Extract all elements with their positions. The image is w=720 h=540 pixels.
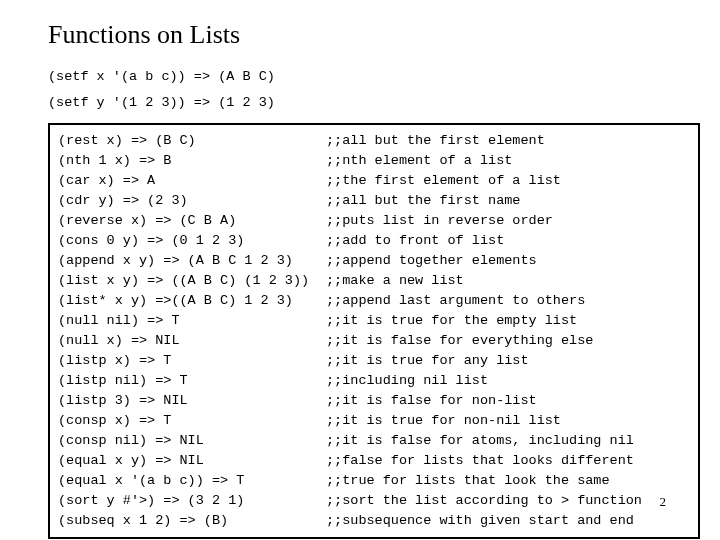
code-expression: (append x y) => (A B C 1 2 3)	[58, 251, 326, 271]
code-expression: (cdr y) => (2 3)	[58, 191, 326, 211]
code-comment: ;;including nil list	[326, 371, 488, 391]
code-expression: (consp nil) => NIL	[58, 431, 326, 451]
code-comment: ;;true for lists that look the same	[326, 471, 610, 491]
setf-block: (setf x '(a b c)) => (A B C) (setf y '(1…	[48, 64, 680, 115]
code-row: (listp 3) => NIL;;it is false for non-li…	[58, 391, 690, 411]
page-number: 2	[660, 494, 667, 510]
code-expression: (rest x) => (B C)	[58, 131, 326, 151]
page-title: Functions on Lists	[48, 20, 680, 50]
code-expression: (sort y #'>) => (3 2 1)	[58, 491, 326, 511]
code-expression: (reverse x) => (C B A)	[58, 211, 326, 231]
code-expression: (list* x y) =>((A B C) 1 2 3)	[58, 291, 326, 311]
code-row: (subseq x 1 2) => (B);;subsequence with …	[58, 511, 690, 531]
code-row: (equal x '(a b c)) => T;;true for lists …	[58, 471, 690, 491]
code-row: (append x y) => (A B C 1 2 3);;append to…	[58, 251, 690, 271]
code-comment: ;;puts list in reverse order	[326, 211, 553, 231]
code-row: (car x) => A;;the first element of a lis…	[58, 171, 690, 191]
code-expression: (listp x) => T	[58, 351, 326, 371]
code-expression: (listp nil) => T	[58, 371, 326, 391]
code-comment: ;;it is true for any list	[326, 351, 529, 371]
code-comment: ;;it is false for atoms, including nil	[326, 431, 634, 451]
code-row: (nth 1 x) => B;;nth element of a list	[58, 151, 690, 171]
code-row: (null x) => NIL;;it is false for everyth…	[58, 331, 690, 351]
code-row: (cdr y) => (2 3);;all but the first name	[58, 191, 690, 211]
code-row: (reverse x) => (C B A);;puts list in rev…	[58, 211, 690, 231]
code-comment: ;;all but the first name	[326, 191, 520, 211]
code-row: (consp nil) => NIL;;it is false for atom…	[58, 431, 690, 451]
code-row: (list* x y) =>((A B C) 1 2 3);;append la…	[58, 291, 690, 311]
code-expression: (car x) => A	[58, 171, 326, 191]
code-comment: ;;sort the list according to > function	[326, 491, 642, 511]
code-expression: (consp x) => T	[58, 411, 326, 431]
code-row: (null nil) => T;;it is true for the empt…	[58, 311, 690, 331]
code-expression: (equal x '(a b c)) => T	[58, 471, 326, 491]
code-expression: (subseq x 1 2) => (B)	[58, 511, 326, 531]
code-expression: (listp 3) => NIL	[58, 391, 326, 411]
code-expression: (null x) => NIL	[58, 331, 326, 351]
code-row: (consp x) => T;;it is true for non-nil l…	[58, 411, 690, 431]
code-comment: ;;it is true for non-nil list	[326, 411, 561, 431]
code-box: (rest x) => (B C);;all but the first ele…	[48, 123, 700, 538]
code-comment: ;;make a new list	[326, 271, 464, 291]
code-row: (listp x) => T;;it is true for any list	[58, 351, 690, 371]
code-row: (equal x y) => NIL;;false for lists that…	[58, 451, 690, 471]
code-row: (listp nil) => T;;including nil list	[58, 371, 690, 391]
code-row: (list x y) => ((A B C) (1 2 3));;make a …	[58, 271, 690, 291]
code-comment: ;;nth element of a list	[326, 151, 512, 171]
code-expression: (equal x y) => NIL	[58, 451, 326, 471]
code-row: (rest x) => (B C);;all but the first ele…	[58, 131, 690, 151]
code-row: (sort y #'>) => (3 2 1);;sort the list a…	[58, 491, 690, 511]
code-comment: ;;add to front of list	[326, 231, 504, 251]
code-expression: (nth 1 x) => B	[58, 151, 326, 171]
setf-line: (setf x '(a b c)) => (A B C)	[48, 64, 680, 90]
code-comment: ;;it is false for non-list	[326, 391, 537, 411]
code-expression: (cons 0 y) => (0 1 2 3)	[58, 231, 326, 251]
code-comment: ;;it is true for the empty list	[326, 311, 577, 331]
code-row: (cons 0 y) => (0 1 2 3);;add to front of…	[58, 231, 690, 251]
setf-line: (setf y '(1 2 3)) => (1 2 3)	[48, 90, 680, 116]
code-comment: ;;all but the first element	[326, 131, 545, 151]
code-comment: ;;append together elements	[326, 251, 537, 271]
code-comment: ;;false for lists that looks different	[326, 451, 634, 471]
code-comment: ;;it is false for everything else	[326, 331, 593, 351]
code-comment: ;;subsequence with given start and end	[326, 511, 634, 531]
code-expression: (list x y) => ((A B C) (1 2 3))	[58, 271, 326, 291]
code-comment: ;;append last argument to others	[326, 291, 585, 311]
code-comment: ;;the first element of a list	[326, 171, 561, 191]
code-expression: (null nil) => T	[58, 311, 326, 331]
